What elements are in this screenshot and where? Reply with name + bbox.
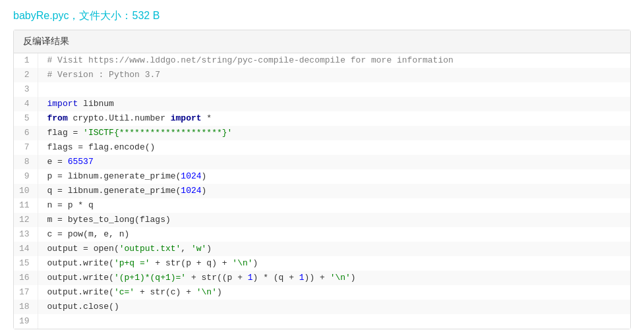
line-code: # Visit https://www.lddgo.net/string/pyc… (38, 53, 630, 68)
line-number: 11 (14, 198, 38, 213)
line-code: m = bytes_to_long(flags) (38, 213, 630, 227)
line-code: output = open('output.txt', 'w') (38, 242, 630, 256)
line-number: 6 (14, 126, 38, 140)
line-code (38, 314, 630, 329)
line-number: 7 (14, 140, 38, 155)
line-code: import libnum (38, 97, 630, 111)
line-number: 15 (14, 256, 38, 271)
line-number: 16 (14, 271, 38, 285)
table-row: 6flag = 'ISCTF{********************}' (14, 126, 630, 140)
line-number: 12 (14, 213, 38, 227)
line-code: from crypto.Util.number import * (38, 111, 630, 126)
title-bar: babyRe.pyc，文件大小：532 B (0, 0, 644, 30)
line-code (38, 82, 630, 97)
panel-header: 反编译结果 (14, 30, 630, 53)
line-code: c = pow(m, e, n) (38, 227, 630, 242)
table-row: 11n = p * q (14, 198, 630, 213)
line-number: 13 (14, 227, 38, 242)
line-number: 1 (14, 53, 38, 68)
line-number: 19 (14, 314, 38, 329)
line-number: 10 (14, 184, 38, 198)
line-code: e = 65537 (38, 155, 630, 169)
table-row: 2# Version : Python 3.7 (14, 68, 630, 82)
table-row: 9p = libnum.generate_prime(1024) (14, 169, 630, 184)
table-row: 13c = pow(m, e, n) (14, 227, 630, 242)
line-number: 3 (14, 82, 38, 97)
line-number: 4 (14, 97, 38, 111)
line-number: 8 (14, 155, 38, 169)
table-row: 14output = open('output.txt', 'w') (14, 242, 630, 256)
table-row: 1# Visit https://www.lddgo.net/string/py… (14, 53, 630, 68)
line-number: 17 (14, 285, 38, 300)
table-row: 3 (14, 82, 630, 97)
line-code: output.write('p+q =' + str(p + q) + '\n'… (38, 256, 630, 271)
table-row: 17output.write('c=' + str(c) + '\n') (14, 285, 630, 300)
table-row: 12m = bytes_to_long(flags) (14, 213, 630, 227)
line-number: 9 (14, 169, 38, 184)
line-code: flag = 'ISCTF{********************}' (38, 126, 630, 140)
line-code: output.write('c=' + str(c) + '\n') (38, 285, 630, 300)
line-code: output.write('(p+1)*(q+1)=' + str((p + 1… (38, 271, 630, 285)
line-code: # Version : Python 3.7 (38, 68, 630, 82)
line-code: n = p * q (38, 198, 630, 213)
line-number: 14 (14, 242, 38, 256)
table-row: 18output.close() (14, 300, 630, 314)
line-code: output.close() (38, 300, 630, 314)
table-row: 15output.write('p+q =' + str(p + q) + '\… (14, 256, 630, 271)
table-row: 5from crypto.Util.number import * (14, 111, 630, 126)
code-table: 1# Visit https://www.lddgo.net/string/py… (14, 53, 630, 329)
table-row: 19 (14, 314, 630, 329)
line-code: p = libnum.generate_prime(1024) (38, 169, 630, 184)
decompile-panel: 反编译结果 1# Visit https://www.lddgo.net/str… (13, 30, 631, 329)
line-code: q = libnum.generate_prime(1024) (38, 184, 630, 198)
table-row: 4import libnum (14, 97, 630, 111)
table-row: 7flags = flag.encode() (14, 140, 630, 155)
table-row: 10q = libnum.generate_prime(1024) (14, 184, 630, 198)
line-number: 2 (14, 68, 38, 82)
code-area[interactable]: 1# Visit https://www.lddgo.net/string/py… (14, 53, 630, 329)
line-number: 18 (14, 300, 38, 314)
table-row: 8e = 65537 (14, 155, 630, 169)
line-code: flags = flag.encode() (38, 140, 630, 155)
table-row: 16output.write('(p+1)*(q+1)=' + str((p +… (14, 271, 630, 285)
file-title: babyRe.pyc，文件大小：532 B (13, 10, 160, 21)
line-number: 5 (14, 111, 38, 126)
